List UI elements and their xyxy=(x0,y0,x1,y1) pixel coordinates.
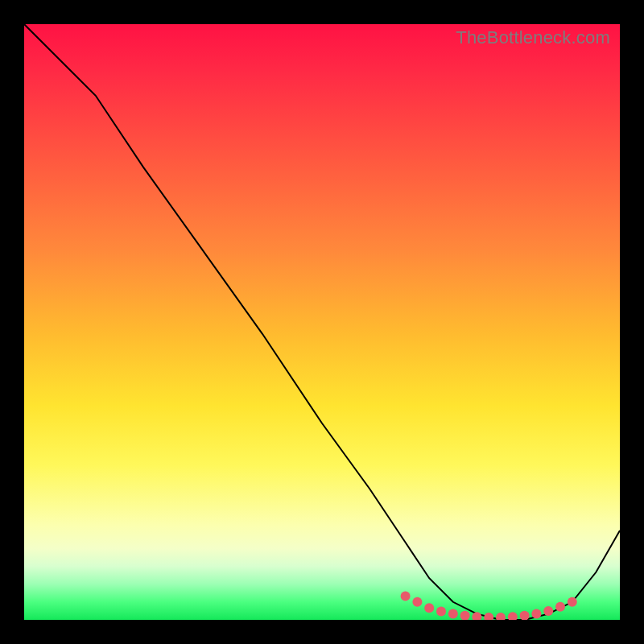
chart-plot-area: TheBottleneck.com xyxy=(24,24,620,620)
bottleneck-curve xyxy=(24,24,620,620)
highlight-dot xyxy=(555,602,565,612)
highlight-dot xyxy=(568,597,577,607)
highlight-dot xyxy=(448,609,458,619)
highlight-dot xyxy=(412,597,422,607)
highlight-dot xyxy=(496,613,506,620)
highlight-dot xyxy=(543,606,553,616)
highlight-dot xyxy=(424,603,434,613)
chart-frame: TheBottleneck.com xyxy=(0,0,644,644)
highlight-dot xyxy=(484,613,493,620)
highlight-dot xyxy=(531,609,541,619)
highlight-dot xyxy=(436,607,446,617)
chart-svg xyxy=(24,24,620,620)
highlight-dots xyxy=(401,591,577,620)
highlight-dot xyxy=(472,612,481,620)
highlight-dot xyxy=(401,591,411,601)
highlight-dot xyxy=(520,611,530,620)
highlight-dot xyxy=(460,611,470,620)
highlight-dot xyxy=(508,612,518,620)
